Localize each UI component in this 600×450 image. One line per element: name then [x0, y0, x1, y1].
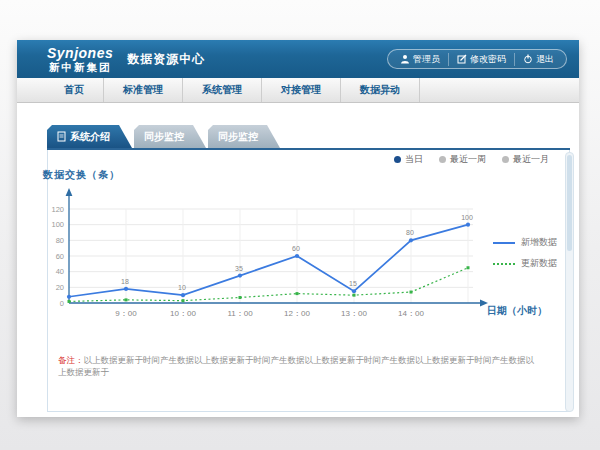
footnote-text: 以上数据更新于时间产生数据以上数据更新于时间产生数据以上数据更新于时间产生数据以…	[58, 355, 534, 377]
logo-company-name: 新中新集团	[47, 62, 113, 73]
radio-today[interactable]: 当日	[394, 153, 423, 166]
legend-label: 更新数据	[521, 257, 557, 270]
page-title: 数据资源中心	[127, 51, 205, 68]
svg-text:80: 80	[406, 229, 414, 236]
svg-text:60: 60	[56, 252, 64, 261]
svg-text:35: 35	[235, 265, 243, 272]
footnote: 备注：以上数据更新于时间产生数据以上数据更新于时间产生数据以上数据更新于时间产生…	[58, 355, 538, 379]
main-nav: 首页 标准管理 系统管理 对接管理 数据异动	[17, 78, 579, 103]
svg-text:14：00: 14：00	[398, 309, 424, 318]
svg-text:15: 15	[349, 280, 357, 287]
radio-dot	[439, 156, 446, 163]
chart-container: 0204060801001209：0010：0011：0012：0013：001…	[41, 185, 493, 321]
document-icon	[57, 131, 66, 142]
scrollbar-thumb[interactable]	[567, 155, 572, 251]
radio-dot	[502, 156, 509, 163]
svg-text:40: 40	[56, 267, 64, 276]
user-icon	[400, 54, 410, 64]
logo-brand-text: Synjones	[47, 46, 113, 60]
svg-text:10: 10	[178, 284, 186, 291]
user-toolbar: 管理员 修改密码 退出	[387, 49, 567, 69]
svg-text:9：00: 9：00	[115, 309, 137, 318]
radio-label: 最近一月	[513, 153, 549, 166]
nav-item-home[interactable]: 首页	[45, 78, 104, 102]
tab-sync-monitor-1[interactable]: 同步监控	[134, 125, 206, 148]
tab-sync-monitor-2[interactable]: 同步监控	[208, 125, 280, 148]
series-legend: 新增数据 更新数据	[493, 236, 557, 278]
svg-text:20: 20	[56, 283, 64, 292]
app-header: Synjones 新中新集团 数据资源中心 管理员 修改密码	[17, 40, 579, 78]
svg-text:0: 0	[60, 299, 64, 308]
user-name-label: 管理员	[413, 53, 440, 66]
time-range-selector: 当日 最近一周 最近一月	[394, 153, 549, 166]
green-dotted-line-sample	[493, 263, 515, 265]
edit-icon	[457, 54, 467, 64]
radio-last-week[interactable]: 最近一周	[439, 153, 486, 166]
svg-text:12：00: 12：00	[284, 309, 310, 318]
svg-text:100: 100	[51, 220, 64, 229]
change-password-button[interactable]: 修改密码	[448, 53, 514, 66]
svg-text:80: 80	[56, 236, 64, 245]
logout-button[interactable]: 退出	[514, 53, 562, 66]
exchange-chart: 0204060801001209：0010：0011：0012：0013：001…	[41, 185, 493, 321]
svg-text:100: 100	[461, 214, 473, 221]
legend-new-data[interactable]: 新增数据	[493, 236, 557, 249]
radio-last-month[interactable]: 最近一月	[502, 153, 549, 166]
nav-item-integration-mgmt[interactable]: 对接管理	[262, 78, 341, 102]
power-icon	[523, 54, 533, 64]
legend-label: 新增数据	[521, 236, 557, 249]
tab-system-intro[interactable]: 系统介绍	[47, 125, 132, 148]
svg-text:10：00: 10：00	[170, 309, 196, 318]
app-window: Synjones 新中新集团 数据资源中心 管理员 修改密码	[17, 40, 579, 417]
tab-label: 系统介绍	[70, 125, 110, 148]
tab-bar: 系统介绍 同步监控 同步监控	[47, 125, 282, 148]
tab-label: 同步监控	[218, 125, 258, 148]
company-logo: Synjones 新中新集团	[47, 46, 113, 73]
tab-label: 同步监控	[144, 125, 184, 148]
footnote-prefix: 备注：	[58, 355, 84, 365]
y-axis-title: 数据交换（条）	[43, 168, 120, 182]
svg-text:18: 18	[121, 278, 129, 285]
svg-text:60: 60	[292, 245, 300, 252]
change-password-label: 修改密码	[470, 53, 506, 66]
nav-item-system-mgmt[interactable]: 系统管理	[183, 78, 262, 102]
radio-label: 最近一周	[450, 153, 486, 166]
svg-text:11：00: 11：00	[227, 309, 253, 318]
logout-label: 退出	[536, 53, 554, 66]
svg-text:120: 120	[51, 205, 64, 214]
legend-updated-data[interactable]: 更新数据	[493, 257, 557, 270]
vertical-scrollbar[interactable]	[565, 152, 574, 412]
current-user[interactable]: 管理员	[392, 53, 448, 66]
svg-text:13：00: 13：00	[341, 309, 367, 318]
radio-label: 当日	[405, 153, 423, 166]
nav-item-data-change[interactable]: 数据异动	[341, 78, 420, 102]
blue-line-sample	[493, 242, 515, 244]
radio-dot-selected	[394, 156, 401, 163]
x-axis-title: 日期（小时）	[487, 304, 547, 318]
nav-item-standard-mgmt[interactable]: 标准管理	[104, 78, 183, 102]
